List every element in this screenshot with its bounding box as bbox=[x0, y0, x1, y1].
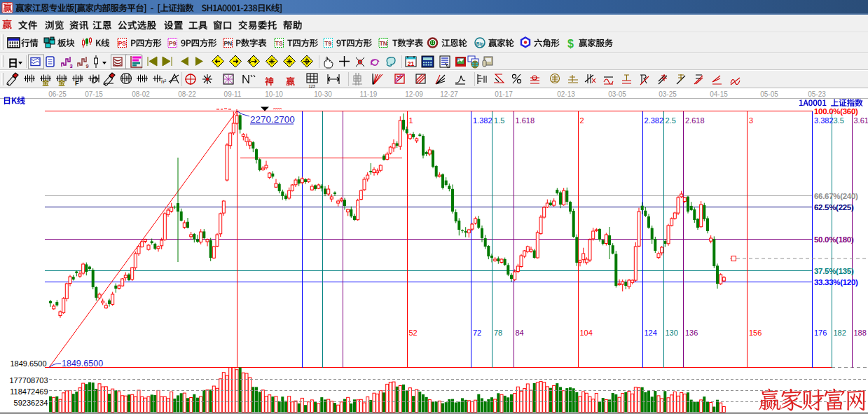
svg-text:9: 9 bbox=[86, 63, 89, 69]
svg-text:84: 84 bbox=[516, 329, 524, 337]
svg-text:3.5: 3.5 bbox=[834, 116, 844, 125]
svg-text:118472469: 118472469 bbox=[10, 387, 48, 396]
svg-text:03-25: 03-25 bbox=[659, 90, 677, 98]
svg-text:F: F bbox=[75, 80, 79, 87]
svg-text:100.0%(360): 100.0%(360) bbox=[814, 107, 858, 116]
svg-text:12-27: 12-27 bbox=[440, 90, 458, 98]
svg-text:08-22: 08-22 bbox=[178, 90, 196, 98]
svg-text:33.33%(120): 33.33%(120) bbox=[814, 278, 858, 287]
svg-text:124: 124 bbox=[645, 329, 657, 337]
svg-text:78: 78 bbox=[494, 329, 502, 337]
svg-text:52: 52 bbox=[409, 329, 418, 337]
svg-text:3: 3 bbox=[70, 63, 73, 69]
svg-text:136: 136 bbox=[685, 329, 698, 337]
svg-text:P9: P9 bbox=[169, 40, 177, 47]
svg-text:06-25: 06-25 bbox=[48, 90, 67, 98]
svg-text:1: 1 bbox=[409, 116, 413, 125]
svg-text:1.618: 1.618 bbox=[516, 116, 535, 125]
svg-text:$: $ bbox=[567, 38, 574, 50]
svg-text:2.618: 2.618 bbox=[685, 116, 705, 125]
svg-text:n²: n² bbox=[161, 78, 166, 85]
svg-text:12-09: 12-09 bbox=[405, 90, 423, 98]
svg-text:130: 130 bbox=[666, 329, 678, 337]
svg-text:21: 21 bbox=[408, 60, 415, 67]
svg-text:1849.6500: 1849.6500 bbox=[11, 359, 47, 368]
svg-text:1.5: 1.5 bbox=[494, 116, 504, 125]
svg-text:62.5%(225): 62.5%(225) bbox=[814, 203, 854, 212]
svg-text:Big: Big bbox=[476, 41, 484, 47]
svg-text:01-17: 01-17 bbox=[495, 90, 513, 98]
svg-text:TS: TS bbox=[275, 40, 283, 47]
svg-text:3: 3 bbox=[749, 116, 753, 125]
svg-text:50.0%(180): 50.0%(180) bbox=[814, 235, 854, 244]
svg-text:10-10: 10-10 bbox=[265, 90, 283, 98]
svg-text:05-23: 05-23 bbox=[808, 90, 826, 98]
svg-text:PN: PN bbox=[223, 40, 232, 47]
svg-text:08-02: 08-02 bbox=[132, 90, 150, 98]
svg-text:66.67%(240): 66.67%(240) bbox=[814, 192, 858, 200]
svg-text:59236234: 59236234 bbox=[14, 399, 48, 407]
svg-text:2270.2700: 2270.2700 bbox=[250, 114, 295, 125]
svg-text:07-15: 07-15 bbox=[85, 90, 103, 98]
svg-text:123: 123 bbox=[308, 84, 315, 88]
svg-text:3.618: 3.618 bbox=[854, 116, 868, 125]
svg-text:72: 72 bbox=[473, 329, 481, 337]
svg-text:10-30: 10-30 bbox=[314, 90, 332, 98]
svg-text:1849.6500: 1849.6500 bbox=[62, 359, 103, 368]
svg-text:04-15: 04-15 bbox=[710, 90, 728, 98]
svg-text:3.382: 3.382 bbox=[814, 116, 834, 125]
svg-text:05-05: 05-05 bbox=[760, 90, 778, 98]
svg-text:188: 188 bbox=[854, 329, 867, 337]
svg-text:177708703: 177708703 bbox=[9, 376, 48, 385]
svg-text:182: 182 bbox=[834, 329, 846, 337]
svg-text:176: 176 bbox=[814, 329, 827, 337]
svg-text:2.382: 2.382 bbox=[645, 116, 664, 125]
svg-text:02-13: 02-13 bbox=[557, 90, 575, 98]
svg-text:156: 156 bbox=[749, 329, 762, 337]
svg-text:03-05: 03-05 bbox=[608, 90, 626, 98]
svg-text:11-19: 11-19 bbox=[360, 90, 378, 98]
svg-text:2.5: 2.5 bbox=[666, 116, 676, 125]
svg-text:T9: T9 bbox=[324, 40, 331, 47]
svg-text:PS: PS bbox=[118, 40, 127, 47]
svg-text:09-11: 09-11 bbox=[224, 90, 242, 98]
svg-text:1.382: 1.382 bbox=[473, 116, 492, 125]
svg-text:104: 104 bbox=[580, 329, 593, 337]
svg-text:2: 2 bbox=[580, 116, 584, 125]
svg-text:37.5%(135): 37.5%(135) bbox=[814, 267, 854, 275]
svg-text:TN: TN bbox=[380, 40, 387, 47]
